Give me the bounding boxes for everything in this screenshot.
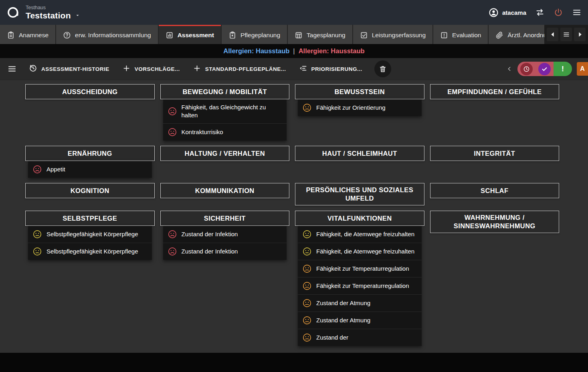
- assessment-item-zustand-der-atmung[interactable]: Zustand der Atmung: [298, 312, 422, 329]
- mood-orange-face-icon: [303, 264, 311, 273]
- category-header[interactable]: KOGNITION: [25, 183, 155, 198]
- station-name: Teststation: [26, 11, 71, 20]
- category-header[interactable]: ERNÄHRUNG: [25, 146, 155, 161]
- station-selector[interactable]: Testhaus Teststation: [26, 5, 81, 20]
- category-header[interactable]: PERSÖNLICHES UND SOZIALES UMFELD: [295, 183, 424, 205]
- category-header[interactable]: WAHRNEHMUNG / SINNESWAHRNEHMUNG: [430, 211, 560, 233]
- toolbar-status-area: ! A: [506, 62, 588, 76]
- dayplan-icon: [295, 31, 303, 39]
- tabs-scroll-right-button[interactable]: [574, 28, 586, 41]
- allergy-banner: Allergien: Hausstaub | Allergien: Hausst…: [0, 44, 588, 58]
- assessment-item-f-higkeit-zur-temperaturregulation[interactable]: Fähigkeit zur Temperaturregulation: [298, 260, 422, 277]
- category-header[interactable]: SICHERHEIT: [160, 211, 290, 226]
- category-wahrnehmung-sinneswahrnehmung: WAHRNEHMUNG / SINNESWAHRNEHMUNG: [430, 211, 560, 233]
- tab-label: Anamnese: [19, 32, 48, 39]
- category-title: ERNÄHRUNG: [68, 149, 112, 158]
- assessment-item-zustand-der-atmung[interactable]: Zustand der Atmung: [298, 295, 422, 312]
- tab-leistungserfassung[interactable]: Leistungserfassung: [353, 25, 432, 44]
- toolbar-actions: ASSESSMENT-HISTORIEVORSCHLÄGE...STANDARD…: [29, 64, 362, 74]
- assessment-category-grid: AUSSCHEIDUNGBEWEGUNG / MOBILITÄTFähigkei…: [25, 84, 559, 346]
- assessment-chart-icon: [166, 31, 174, 39]
- prioritize-icon: [299, 64, 307, 74]
- alert-status-segment[interactable]: !: [554, 62, 572, 76]
- user-avatar-icon: [489, 8, 499, 18]
- assessment-item-selbstpflegef-higkeit-k-rperpflege[interactable]: Selbstpflegefähigkeit Körperpflege: [28, 243, 152, 260]
- tab-tagesplanung[interactable]: Tagesplanung: [288, 25, 352, 44]
- assessment-item-f-higkeit-zur-orientierung[interactable]: Fähigkeit zur Orientierung: [298, 99, 422, 116]
- toolbar-button-priorisierung[interactable]: PRIORISIERUNG...: [299, 64, 362, 74]
- assessment-item-selbstpflegef-higkeit-k-rperpflege[interactable]: Selbstpflegefähigkeit Körperpflege: [28, 226, 152, 243]
- assessment-item-zustand-der[interactable]: Zustand der: [298, 329, 422, 346]
- assessment-item-f-higkeit-zur-temperaturregulation[interactable]: Fähigkeit zur Temperaturregulation: [298, 277, 422, 295]
- mood-red-face-icon: [168, 230, 177, 239]
- item-label: Fähigkeit zur Orientierung: [316, 104, 386, 112]
- allergy-text-primary: Allergien: Hausstaub: [223, 47, 289, 55]
- item-label: Fähigkeit zur Temperaturregulation: [316, 282, 409, 290]
- evaluation-icon: [440, 31, 448, 39]
- done-status-circle: [538, 63, 551, 75]
- toolbar-menu-button[interactable]: [7, 64, 17, 74]
- plus-icon: [193, 64, 201, 74]
- category-header[interactable]: SCHLAF: [430, 183, 560, 198]
- category-title: VITALFUNKTIONEN: [327, 214, 392, 223]
- category-header[interactable]: BEWUSSTSEIN: [295, 84, 424, 99]
- collapse-panel-button[interactable]: [506, 66, 513, 72]
- category-header[interactable]: SELBSTPFLEGE: [25, 211, 155, 226]
- category-header[interactable]: HAUT / SCHLEIMHAUT: [295, 146, 424, 161]
- toolbar-button-label: VORSCHLÄGE...: [135, 66, 180, 72]
- triangle-left-icon: [549, 31, 556, 38]
- assessment-item-f-higkeit-das-gleichgewicht-zu-halten[interactable]: Fähigkeit, das Gleichgewicht zu halten: [163, 99, 287, 124]
- toolbar-button-standard-pflegepl-ne[interactable]: STANDARD-PFLEGEPLÄNE...: [193, 64, 286, 74]
- item-label: Zustand der Infektion: [182, 230, 238, 238]
- mood-orange-face-icon: [303, 333, 311, 342]
- tab-pflegeplanung[interactable]: Pflegeplanung: [222, 25, 287, 44]
- app-menu-button[interactable]: [572, 8, 582, 17]
- delete-button[interactable]: [374, 60, 391, 77]
- category-selbstpflege: SELBSTPFLEGESelbstpflegefähigkeit Körper…: [25, 211, 155, 260]
- toolbar-button-assessment-historie[interactable]: ASSESSMENT-HISTORIE: [29, 64, 109, 74]
- done-status-segment[interactable]: [535, 62, 554, 76]
- category-header[interactable]: HALTUNG / VERHALTEN: [160, 146, 290, 161]
- assessment-item-zustand-der-infektion[interactable]: Zustand der Infektion: [163, 226, 287, 243]
- assessment-item-f-higkeit-die-atemwege-freizuhalten[interactable]: Fähigkeit, die Atemwege freizuhalten: [298, 243, 422, 260]
- time-status-circle: [520, 63, 533, 75]
- category-header[interactable]: VITALFUNKTIONEN: [295, 211, 424, 226]
- item-label: Fähigkeit zur Temperaturregulation: [316, 265, 409, 273]
- category-title: HALTUNG / VERHALTEN: [185, 149, 265, 158]
- tabs-scroll-left-button[interactable]: [547, 28, 558, 41]
- category-header[interactable]: KOMMUNIKATION: [160, 183, 290, 198]
- switch-station-button[interactable]: [535, 8, 545, 17]
- tab-anamnese[interactable]: Anamnese: [0, 25, 55, 44]
- assessment-item-zustand-der-infektion[interactable]: Zustand der Infektion: [163, 243, 287, 260]
- tab-erw-informationssammlung[interactable]: erw. Informationssammlung: [56, 25, 158, 44]
- category-header[interactable]: EMPFINDUNGEN / GEFÜHLE: [430, 84, 560, 99]
- category-integrit-t: INTEGRITÄT: [430, 146, 560, 161]
- item-label: Fähigkeit, die Atemwege freizuhalten: [316, 247, 414, 255]
- category-header[interactable]: BEWEGUNG / MOBILITÄT: [160, 84, 290, 99]
- category-sicherheit: SICHERHEITZustand der InfektionZustand d…: [160, 211, 290, 260]
- assessment-item-f-higkeit-die-atemwege-freizuhalten[interactable]: Fähigkeit, die Atemwege freizuhalten: [298, 226, 422, 243]
- category-title: WAHRNEHMUNG / SINNESWAHRNEHMUNG: [436, 213, 554, 230]
- logout-power-button[interactable]: [554, 8, 563, 17]
- category-ern-hrung: ERNÄHRUNGAppetit: [25, 146, 155, 178]
- time-status-segment[interactable]: [517, 62, 535, 76]
- user-name: atacama: [502, 9, 526, 16]
- mood-yellow-face-icon: [303, 230, 311, 239]
- topbar-actions: atacama: [489, 8, 582, 18]
- assessment-item-kontrakturrisiko[interactable]: Kontrakturrisiko: [163, 124, 287, 141]
- category-header[interactable]: INTEGRITÄT: [430, 146, 560, 161]
- help-icon: [63, 31, 71, 39]
- user-initial-badge[interactable]: A: [577, 62, 588, 76]
- category-header[interactable]: AUSSCHEIDUNG: [25, 84, 155, 99]
- tab-evaluation[interactable]: Evaluation: [433, 25, 488, 44]
- tab-assessment[interactable]: Assessment: [159, 25, 221, 44]
- item-label: Zustand der: [316, 334, 348, 342]
- app-window: Testhaus Teststation atacama Anamneseerw: [0, 0, 588, 372]
- item-label: Fähigkeit, das Gleichgewicht zu halten: [182, 103, 282, 119]
- user-menu[interactable]: atacama: [489, 8, 526, 18]
- assessment-item-appetit[interactable]: Appetit: [28, 161, 152, 178]
- tabs-menu-button[interactable]: [560, 28, 572, 41]
- toolbar-button-vorschl-ge[interactable]: VORSCHLÄGE...: [122, 64, 180, 74]
- mood-red-face-icon: [33, 165, 42, 174]
- tab-label: erw. Informationssammlung: [75, 32, 151, 39]
